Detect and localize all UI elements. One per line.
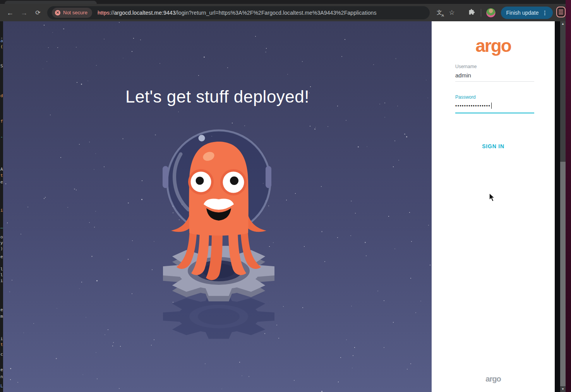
username-underline bbox=[455, 81, 534, 82]
sign-in-button[interactable]: SIGN IN bbox=[432, 143, 555, 150]
forward-icon[interactable]: → bbox=[20, 9, 28, 17]
scrollbar-thumb[interactable] bbox=[560, 162, 566, 386]
password-field[interactable]: Password •••••••••••••••• bbox=[455, 94, 534, 113]
argo-logo: argo bbox=[432, 35, 555, 56]
vertical-scrollbar[interactable]: ▲ ▼ bbox=[560, 21, 566, 392]
bookmark-star-icon[interactable]: ☆ bbox=[448, 9, 456, 17]
argo-footer-logo: argo bbox=[432, 375, 555, 383]
url-separator: :// bbox=[110, 10, 114, 16]
argo-octopus-mascot-illustration bbox=[147, 122, 290, 352]
extensions-puzzle-icon[interactable] bbox=[468, 9, 476, 17]
helmet-handle-left bbox=[163, 166, 168, 188]
not-secure-label: Not secure bbox=[63, 10, 87, 15]
login-panel: argo Username admin Password •••••••••••… bbox=[432, 21, 555, 392]
username-field[interactable]: Username admin bbox=[455, 64, 534, 82]
translate-icon[interactable]: 文A bbox=[435, 9, 444, 16]
username-value[interactable]: admin bbox=[455, 72, 534, 80]
mouse-cursor bbox=[489, 193, 497, 203]
hero-title: Let's get stuff deployed! bbox=[3, 87, 432, 106]
password-underline-focused bbox=[455, 113, 534, 113]
finish-update-label: Finish update bbox=[506, 10, 538, 16]
text-caret bbox=[491, 103, 492, 109]
url-host: argocd.localtest.me:9443 bbox=[114, 10, 176, 16]
url-path: /login?return_url=https%3A%2F%2Fargocd.l… bbox=[176, 10, 377, 16]
url-text: https://argocd.localtest.me:9443/login?r… bbox=[98, 10, 377, 16]
password-label: Password bbox=[455, 94, 534, 100]
reload-icon[interactable]: ⟳ bbox=[34, 9, 42, 17]
login-hero-background: Let's get stuff deployed! bbox=[3, 21, 432, 392]
scroll-up-arrow-icon[interactable]: ▲ bbox=[560, 21, 566, 27]
toolbar-divider bbox=[481, 9, 481, 17]
profile-avatar[interactable] bbox=[486, 8, 496, 18]
background-window-menu-icon bbox=[556, 7, 566, 17]
back-icon[interactable]: ← bbox=[6, 9, 14, 17]
helmet-handle-right bbox=[266, 166, 271, 188]
browser-toolbar: ← → ⟳ ✕ Not secure https://argocd.localt… bbox=[0, 4, 566, 21]
background-window-strip: -a(Sdf-Atei—oy)elliemitcenL bbox=[0, 21, 3, 392]
password-value[interactable]: •••••••••••••••• bbox=[455, 103, 534, 110]
address-bar[interactable]: ✕ Not secure https://argocd.localtest.me… bbox=[47, 6, 430, 19]
scroll-down-arrow-icon[interactable]: ▼ bbox=[560, 387, 566, 392]
site-security-chip[interactable]: ✕ Not secure bbox=[52, 8, 92, 18]
window-gutter bbox=[555, 21, 560, 392]
finish-update-button[interactable]: Finish update ⋮ bbox=[501, 7, 553, 19]
tab-strip bbox=[0, 0, 566, 4]
browser-menu-dots-icon[interactable]: ⋮ bbox=[542, 10, 548, 16]
active-tab[interactable] bbox=[5, 1, 97, 4]
username-label: Username bbox=[455, 64, 534, 69]
not-secure-icon: ✕ bbox=[55, 10, 60, 15]
desktop-background-strip bbox=[566, 0, 571, 392]
url-scheme: https bbox=[98, 10, 110, 16]
